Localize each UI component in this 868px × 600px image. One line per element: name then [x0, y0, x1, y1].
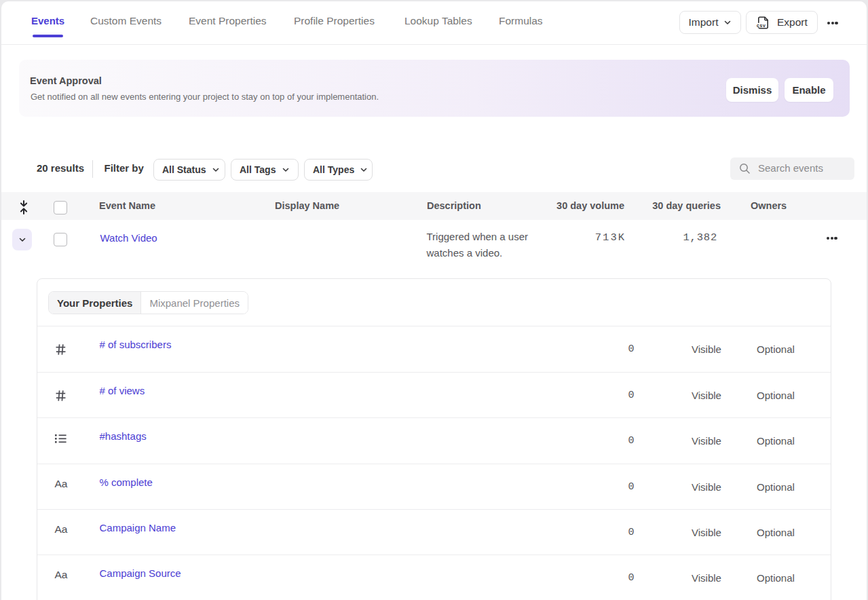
- svg-text:csv: csv: [757, 22, 766, 28]
